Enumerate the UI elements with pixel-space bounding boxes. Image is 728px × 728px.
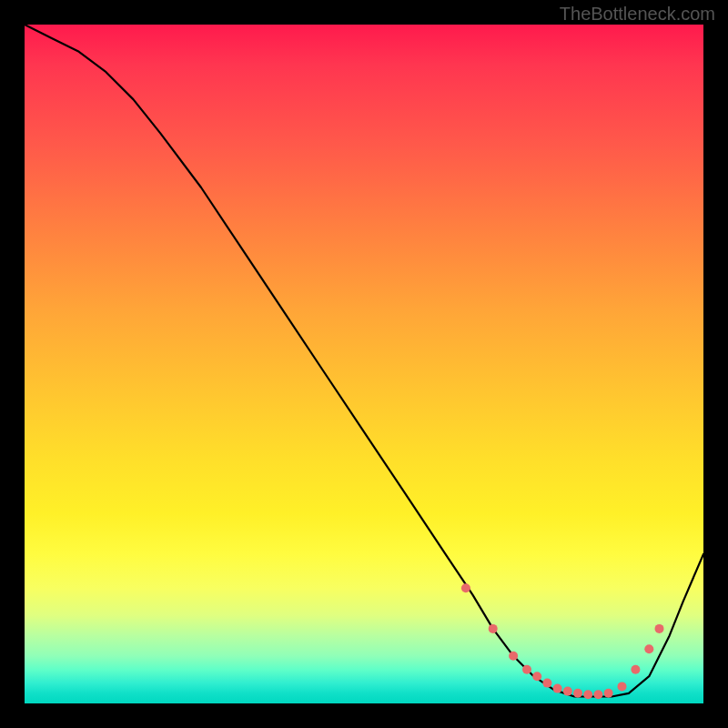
curve-marker-dot <box>522 665 531 674</box>
chart-overlay-svg <box>25 25 703 703</box>
curve-marker-dot <box>631 665 640 674</box>
curve-marker-dot <box>644 644 653 653</box>
curve-marker-dot <box>583 690 592 699</box>
curve-marker-dot <box>563 687 572 696</box>
curve-marker-dot <box>604 689 613 698</box>
curve-marker-dot <box>573 689 582 698</box>
curve-marker-dot <box>542 679 551 688</box>
curve-marker-dot <box>655 624 664 633</box>
curve-markers <box>461 583 664 699</box>
chart-plot-area <box>25 25 703 703</box>
watermark-text: TheBottleneck.com <box>560 4 715 25</box>
curve-marker-dot <box>461 583 470 592</box>
bottleneck-curve <box>25 25 703 697</box>
curve-marker-dot <box>532 672 541 681</box>
curve-marker-dot <box>489 624 498 633</box>
curve-marker-dot <box>618 682 627 691</box>
curve-marker-dot <box>509 652 518 661</box>
curve-marker-dot <box>553 684 562 693</box>
curve-marker-dot <box>593 690 602 699</box>
